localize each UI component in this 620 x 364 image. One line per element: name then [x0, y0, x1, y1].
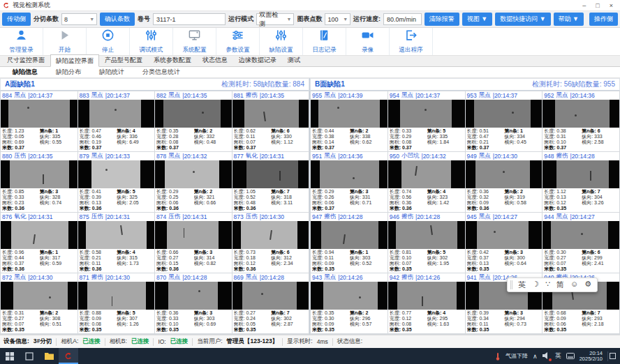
start-button[interactable] [0, 348, 20, 364]
ime-drag-handle[interactable] [510, 280, 512, 289]
action-button-sliders-v[interactable]: 缺陷设置 [260, 28, 303, 55]
defect-cell[interactable]: 869黑点|20:14:28长度: 0.27宽度: 0.24面积: 0.05米数… [232, 273, 309, 333]
defect-cell-header: 884黑点|20:14:37 [1, 91, 78, 100]
measure-row: 长度: 0.41 [80, 189, 116, 195]
action-button-camera[interactable]: 录像 [346, 28, 390, 55]
defect-cell[interactable]: 950小凹坑|20:14:32长度: 0.74宽度: 0.56面积: 0.36米… [388, 152, 465, 212]
defect-type: 黑点 [168, 91, 180, 100]
defect-cell[interactable]: 951黑点|20:14:36长度: 0.29宽度: 0.26面积: 0.06米数… [311, 152, 388, 212]
defect-cell[interactable]: 874压伤|20:14:31长度: 0.66宽度: 0.27面积: 0.15米数… [155, 213, 232, 273]
tab-sub-2[interactable]: 缺陷统计 [99, 68, 124, 77]
inspection-app-icon[interactable] [59, 348, 78, 364]
tab-sub-3[interactable]: 分类信息统计 [142, 68, 180, 77]
drive-side-button[interactable]: 传动侧 [2, 13, 31, 26]
defect-cell[interactable]: 882黑点|20:14:35长度: 0.35宽度: 0.28面积: 0.08米数… [155, 91, 232, 151]
defect-cell[interactable]: 952黑点|20:14:36长度: 0.38宽度: 0.31面积: 0.10米数… [542, 91, 619, 151]
action-button-tune[interactable]: 调试模式 [130, 28, 173, 55]
defect-cell[interactable]: 878黑点|20:14:32长度: 0.29宽度: 0.25面积: 0.06米数… [155, 152, 232, 212]
defect-cell[interactable]: 943黑点|20:14:26长度: 0.35宽度: 0.30面积: 0.09米数… [311, 273, 388, 333]
tab-main-1[interactable]: 缺陷监控界面 [50, 54, 99, 67]
defect-cell[interactable]: 871擦伤|20:14:30长度: 0.88宽度: 0.09面积: 0.08米数… [78, 273, 155, 333]
tab-main-4[interactable]: 状态信息 [197, 54, 233, 66]
defect-cell[interactable]: 955黑点|20:14:39长度: 0.44宽度: 0.38面积: 0.14米数… [311, 91, 388, 151]
defect-cell[interactable]: 875压伤|20:14:31长度: 0.58宽度: 0.21面积: 0.11米数… [78, 213, 155, 273]
defect-cell[interactable]: 949黑点|20:14:30长度: 0.36宽度: 0.32面积: 0.09米数… [466, 152, 542, 212]
ime-item-2[interactable]: ∵ [545, 280, 550, 290]
action-center-icon[interactable] [607, 351, 617, 361]
language-indicator[interactable]: 英 [555, 351, 561, 361]
defect-id: 945 [467, 213, 477, 220]
action-button-monitor[interactable]: 系统配置 [173, 28, 216, 55]
operator-side-button[interactable]: 操作侧 [589, 13, 618, 26]
ime-item-4[interactable]: ☺ [570, 280, 578, 290]
action-button-log[interactable]: 日志记录 [303, 28, 346, 55]
ime-toolbar[interactable]: 英☽∵简☺⚙ [507, 278, 598, 292]
action-label: 日志记录 [313, 46, 337, 54]
defect-position: 第n条: 3纵向: 328横向: 0.74 [40, 189, 76, 211]
defect-cell[interactable]: 942擦伤|20:14:26长度: 0.77宽度: 0.12面积: 0.08米数… [388, 273, 465, 333]
tab-main-6[interactable]: 测试 [282, 54, 306, 66]
file-explorer-icon[interactable] [39, 348, 59, 364]
action-button-stop[interactable]: 停止 [87, 28, 130, 55]
maximize-button[interactable]: □ [596, 2, 599, 9]
ime-item-1[interactable]: ☽ [532, 280, 539, 290]
strip-count-select[interactable]: 8▼ [61, 13, 97, 25]
toolbar-button-0[interactable]: 清除报警 [425, 13, 459, 26]
defect-image [1, 221, 78, 249]
close-button[interactable]: × [610, 2, 613, 9]
tab-main-5[interactable]: 边缘数据记录 [233, 54, 282, 66]
action-button-sliders-h[interactable]: 参数设置 [216, 28, 260, 55]
io-status: 已连接 [170, 338, 189, 346]
weather-text[interactable]: 气温下降 [505, 352, 528, 360]
defect-cell[interactable]: 946擦伤|20:14:28长度: 0.81宽度: 0.10面积: 0.07米数… [388, 213, 465, 273]
defect-cell[interactable]: 880压伤|20:14:35长度: 0.85宽度: 0.33面积: 0.23米数… [1, 152, 78, 212]
defect-cell[interactable]: 883黑点|20:14:37长度: 0.47宽度: 0.46面积: 0.19米数… [78, 91, 155, 151]
defect-cell-header: 945黑点|20:14:27 [466, 213, 542, 221]
tab-main-0[interactable]: 尺寸监控界面 [1, 54, 50, 66]
defect-cell[interactable]: 953黑点|20:14:37长度: 0.51宽度: 0.47面积: 0.21米数… [466, 91, 542, 151]
defect-cell[interactable]: 944黑点|20:14:27长度: 0.30宽度: 0.27面积: 0.07米数… [542, 213, 619, 273]
keyboard-icon[interactable] [566, 353, 575, 359]
taskbar-clock[interactable]: 20:14 2025/2/10 [580, 351, 603, 362]
defect-position: 第n条: 2纵向: 321横向: 0.66 [194, 189, 230, 211]
defect-cell[interactable]: 870黑点|20:14:28长度: 0.36宽度: 0.33面积: 0.10米数… [155, 273, 232, 333]
defect-id: 947 [312, 213, 322, 220]
defect-cell[interactable]: 947擦伤|20:14:28长度: 0.94宽度: 0.11面积: 0.09米数… [311, 213, 388, 273]
tab-sub-0[interactable]: 缺陷信息 [13, 68, 38, 77]
ime-item-3[interactable]: 简 [556, 280, 564, 290]
defect-measurements: 长度: 0.51宽度: 0.47面积: 0.21米数: 0.37 [467, 128, 503, 151]
toolbar-button-1[interactable]: 视图 ▼ [462, 13, 492, 26]
confirm-strips-button[interactable]: 确认条数 [100, 13, 135, 26]
toolbar-button-3[interactable]: 帮助 ▼ [554, 13, 584, 26]
defect-cell[interactable]: 873压伤|20:14:30长度: 0.73宽度: 0.18面积: 0.12米数… [232, 213, 309, 273]
ime-item-0[interactable]: 英 [518, 280, 526, 290]
defect-cell[interactable]: 954黑点|20:14:37长度: 0.33宽度: 0.29面积: 0.08米数… [388, 91, 465, 151]
minimize-button[interactable]: – [582, 2, 586, 9]
tray-expand-icon[interactable]: ∧ [533, 353, 538, 360]
task-view-button[interactable] [20, 348, 39, 364]
run-mode-select[interactable]: 双面检测▼ [256, 13, 294, 25]
measure-row: 面积: 0.12 [234, 261, 270, 266]
chart-points-select[interactable]: 100▼ [325, 13, 350, 25]
defect-cell-header: 944黑点|20:14:27 [542, 213, 619, 221]
defect-measurements: 长度: 0.58宽度: 0.21面积: 0.11米数: 0.36 [80, 250, 116, 272]
defect-cell[interactable]: 948擦伤|20:14:28长度: 1.12宽度: 0.13面积: 0.12米数… [542, 152, 619, 212]
defect-position: 第n条: 5纵向: 302横向: 1.95 [427, 250, 464, 272]
toolbar-button-2[interactable]: 数据快捷访问 ▼ [495, 13, 550, 26]
defect-cell[interactable]: 945黑点|20:14:27长度: 0.42宽度: 0.37面积: 0.13米数… [466, 213, 542, 273]
defect-cell[interactable]: 879黑点|20:14:33长度: 0.41宽度: 0.39面积: 0.13米数… [78, 152, 155, 212]
tab-main-2[interactable]: 产品型号配置 [99, 54, 148, 66]
roll-number-input[interactable]: 3117-1 [153, 13, 226, 25]
action-button-user[interactable]: 管理登录 [0, 28, 43, 55]
defect-cell[interactable]: 872黑点|20:14:30长度: 0.31宽度: 0.27面积: 0.07米数… [1, 273, 78, 333]
action-button-play[interactable]: 开始 [43, 28, 87, 55]
defect-cell[interactable]: 877氧化|20:14:31长度: 1.05宽度: 0.52面积: 0.48米数… [232, 152, 309, 212]
action-button-exit[interactable]: 退出程序 [390, 28, 433, 55]
volume-icon[interactable] [542, 352, 550, 361]
defect-cell[interactable]: 884黑点|20:14:37长度: 1.23宽度: 0.05面积: 0.69米数… [1, 91, 78, 151]
tab-main-3[interactable]: 系统参数配置 [148, 54, 197, 66]
defect-cell[interactable]: 876氧化|20:14:31长度: 0.96宽度: 0.44面积: 0.37米数… [1, 213, 78, 273]
defect-cell[interactable]: 881擦伤|20:14:35长度: 0.62宽度: 0.11面积: 0.07米数… [232, 91, 309, 151]
ime-item-5[interactable]: ⚙ [584, 280, 591, 290]
tab-sub-1[interactable]: 缺陷分布 [56, 68, 81, 77]
